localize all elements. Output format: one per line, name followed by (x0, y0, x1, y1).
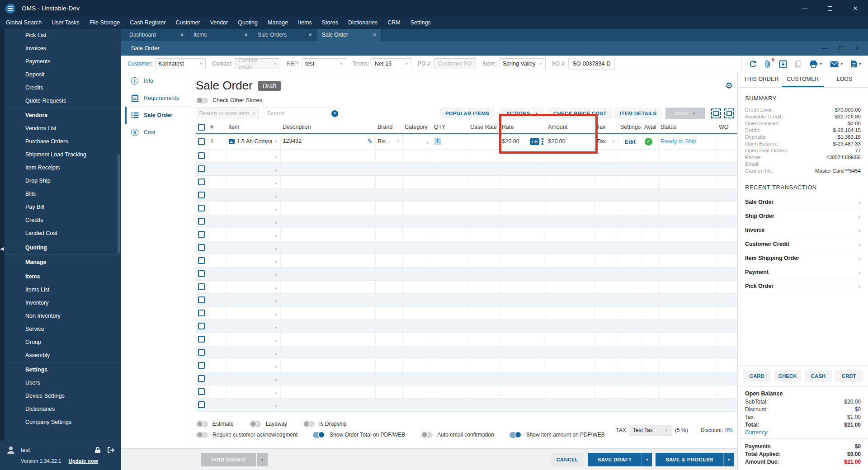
sidebar-item[interactable]: Vendors List (5, 122, 121, 135)
sidebar-item[interactable]: Quoting (5, 240, 121, 254)
payment-method-button[interactable]: CRDT (835, 370, 863, 382)
toggle-switch[interactable] (196, 432, 208, 438)
row-checkbox[interactable] (198, 401, 205, 408)
toggle-switch[interactable] (420, 432, 433, 438)
rep-select[interactable]: test ▼ (302, 58, 346, 69)
transaction-item[interactable]: Payment › (745, 265, 861, 279)
inner-restore-icon[interactable] (839, 46, 843, 50)
row-checkbox[interactable] (198, 165, 205, 172)
menu-item[interactable]: Manage (263, 17, 293, 29)
close-tab-icon[interactable]: ✕ (373, 32, 377, 38)
chevron-down-icon[interactable]: ▼ (692, 112, 696, 116)
transaction-item[interactable]: Ship Order › (745, 209, 861, 223)
item-select-caret[interactable]: ▼ (274, 378, 278, 382)
check-other-stores-toggle[interactable] (196, 98, 208, 103)
item-select-caret[interactable]: ▼ (274, 208, 278, 212)
print-icon[interactable]: ▼ (809, 60, 822, 68)
sidebar-item[interactable]: Pick List (5, 29, 121, 42)
sidebar-item[interactable]: Purchase Orders (5, 135, 121, 148)
menu-item[interactable]: CRM (382, 17, 405, 29)
sidebar-item[interactable]: Users (5, 376, 121, 390)
item-select-caret[interactable]: ▼ (274, 247, 278, 251)
menu-item[interactable]: Dictionaries (343, 17, 382, 29)
menu-item[interactable]: User Tasks (47, 17, 85, 29)
menu-item[interactable]: Items (293, 17, 317, 29)
section-tab-cost[interactable]: $ Cost (125, 124, 192, 141)
clear-search-icon[interactable]: ✕ (331, 110, 338, 117)
row-checkbox[interactable] (198, 375, 205, 382)
close-tab-icon[interactable]: ✕ (244, 32, 248, 38)
row-checkbox[interactable] (198, 362, 205, 369)
chevron-down-icon[interactable]: ▼ (859, 62, 862, 66)
category-select[interactable]: ▼ (426, 141, 429, 146)
row-checkbox[interactable] (198, 192, 205, 198)
sidebar-item[interactable]: Service (5, 323, 121, 336)
sidebar-item[interactable]: Items List (5, 283, 121, 296)
transaction-item[interactable]: Customer Credit › (745, 237, 861, 251)
chevron-down-icon[interactable]: ▼ (840, 62, 843, 66)
document-tab[interactable]: Dashboard ✕ (125, 29, 189, 41)
inner-minimize-icon[interactable]: — (821, 45, 827, 52)
option-toggle-item[interactable]: Is Dropship (302, 421, 347, 427)
section-tab-requirements[interactable]: Requirements (125, 89, 192, 107)
sidebar-collapse-icon[interactable]: ◀ (0, 246, 4, 252)
menu-item[interactable]: Vendor (205, 17, 233, 29)
lb-badge[interactable]: LB (530, 138, 539, 145)
row-checkbox[interactable] (198, 388, 205, 395)
sidebar-item[interactable]: Deposit (5, 68, 121, 81)
brand-select[interactable]: Bis... ▼ (378, 138, 400, 145)
item-select-caret[interactable]: ▼ (274, 260, 278, 264)
option-toggle-item[interactable]: Require customer acknowledgment (196, 432, 297, 438)
cancel-button[interactable]: CANCEL (551, 453, 584, 466)
email-icon[interactable]: ▼ (830, 61, 843, 67)
close-tab-icon[interactable]: ✕ (308, 32, 312, 38)
discount-value-link[interactable]: 0% (725, 427, 733, 433)
option-toggle-item[interactable]: Estimate (196, 421, 234, 427)
payment-method-button[interactable]: CHECK (774, 370, 802, 382)
sidebar-item[interactable]: Settings (5, 362, 121, 376)
option-toggle-item[interactable]: Layaway (249, 421, 287, 427)
sidebar-item[interactable]: Payments (5, 55, 121, 68)
item-select-caret[interactable]: ▼ (274, 300, 278, 304)
currency-link[interactable]: Currency: (745, 428, 861, 436)
inner-close-icon[interactable]: ✕ (855, 45, 860, 52)
document-tab[interactable]: Sale Order ✕ (317, 29, 382, 41)
toggle-switch[interactable] (249, 421, 261, 427)
chevron-down-icon[interactable]: ▼ (723, 453, 734, 466)
document-tab[interactable]: Sale Orders ✕ (253, 29, 317, 41)
sidebar-item[interactable]: Assembly (5, 349, 121, 362)
sidebar-item[interactable]: Shipment Load Tracking (5, 148, 121, 161)
transaction-item[interactable]: Pick Order › (745, 279, 861, 293)
item-search-type-select[interactable]: Search or scan item ▼ (196, 108, 259, 119)
sidebar-item[interactable]: Items (5, 269, 121, 283)
sidebar-item[interactable]: Pay Bill (5, 201, 121, 214)
attachments-icon[interactable]: 0 (764, 60, 771, 68)
row-checkbox[interactable] (198, 205, 205, 212)
chevron-down-icon[interactable]: ▼ (819, 62, 822, 66)
lock-icon[interactable] (94, 446, 101, 454)
document-tab[interactable]: Items ✕ (189, 29, 253, 41)
menu-item[interactable]: File Storage (85, 17, 125, 29)
terms-select[interactable]: Net 15 ▼ (372, 58, 411, 69)
amount-value[interactable]: $20.00 (546, 134, 594, 149)
row-checkbox[interactable] (198, 336, 205, 343)
chevron-down-icon[interactable]: ▼ (642, 453, 652, 466)
menu-item[interactable]: Global Search (1, 17, 47, 29)
item-select-caret[interactable]: ▼ (274, 313, 278, 317)
void-order-menu-icon[interactable]: ▼ (257, 453, 268, 466)
side-panel-tab[interactable]: LOGS (824, 72, 865, 87)
item-select-caret[interactable]: ▼ (274, 365, 278, 369)
item-description[interactable]: 123432 (283, 138, 302, 144)
tax-select[interactable]: Tax ▼ (597, 138, 616, 145)
maximize-window-icon[interactable] (817, 0, 843, 17)
grid-columns-icon[interactable] (724, 108, 734, 118)
item-select-caret[interactable]: ▼ (274, 287, 278, 291)
item-select-caret[interactable]: ▼ (274, 326, 278, 330)
grid-layout-icon[interactable] (711, 108, 721, 118)
refresh-icon[interactable] (749, 60, 757, 68)
item-select-caret[interactable]: ▼ (274, 352, 278, 356)
toggle-switch[interactable] (302, 421, 315, 427)
row-checkbox[interactable] (198, 283, 205, 290)
menu-item[interactable]: Settings (406, 17, 436, 29)
row-checkbox[interactable] (198, 270, 205, 277)
